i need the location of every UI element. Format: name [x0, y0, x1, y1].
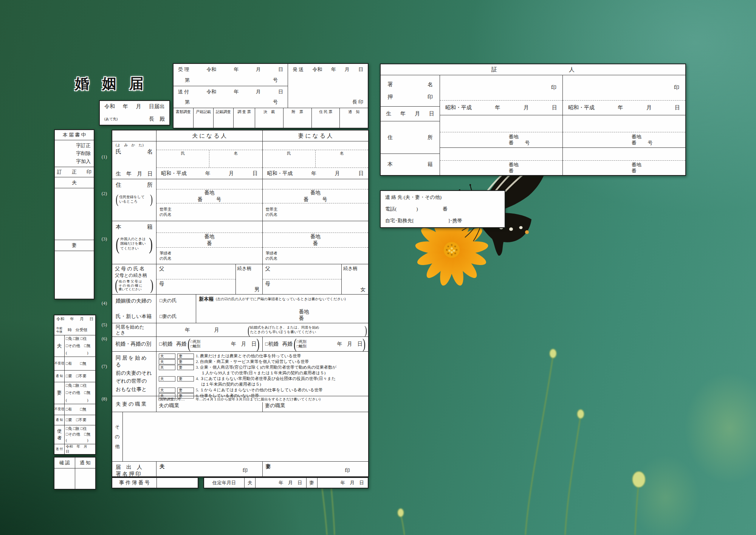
seal-mark: 印 — [243, 467, 248, 474]
household-row: 同 居 を 始 め る 前の夫妻のそれ ぞれの世帯の おもな仕事と 夫 妻 1.… — [112, 352, 368, 396]
marriage-registration-page: 婚姻届 令和 年 月 日届出 (あて先) 長 殿 受 理 令和 年 月 — [0, 0, 756, 535]
contact-phone: 電話( ) 番 — [385, 206, 500, 212]
seal-mark: 印 — [345, 467, 350, 474]
page-title: 婚姻届 — [75, 74, 156, 93]
confirm-cell — [54, 468, 75, 489]
jutei-box: 住定年月日 夫 年 月 日 妻 年 月 日 — [203, 477, 369, 488]
addressee-label: (あて先) — [104, 117, 118, 121]
witness-honseki-label: 本 籍 — [381, 154, 440, 175]
name-birth-row: (よ み か た) 氏 名 生 年 月 日 氏 名 — [112, 141, 368, 179]
row-number-4: (4) — [99, 301, 110, 306]
row-number-3: (3) — [99, 236, 110, 242]
row-number-2: (2) — [99, 191, 110, 197]
husband-remarriage-field: □初婚 再婚 ( □死別 □離別 年 月 日 ) — [156, 337, 263, 351]
husband-address-cell: 番地 番号 世帯主 の氏名 — [156, 179, 263, 221]
casebook-field — [157, 478, 198, 488]
other-field — [123, 412, 368, 461]
witness-box: 証 人 署名 押印 生 年 月 日 住 所 本 — [380, 64, 686, 176]
household-head-label: 世帯主 の氏名 — [156, 203, 262, 221]
confirm-notify-box: 確 認 通 知 — [54, 457, 96, 490]
seal-mark: 印 — [674, 84, 679, 91]
wife-tsuchi-row: 通 知 □要 □不要 — [54, 415, 95, 425]
husband-surname-checkbox: □夫の氏 — [160, 298, 193, 304]
wife-remarriage-field: □初婚 再婚 ( □死別 □離別 年 月 日 ) — [263, 337, 369, 351]
messenger-id-check-row: 使 者 □免 □旅 □住 □その他 □無 ( ) — [54, 425, 95, 444]
correction-header: 本 届 書 中 — [55, 130, 94, 140]
wife-surname-checkbox: □妻の氏 — [160, 313, 193, 320]
other-row: そ の 他 — [112, 412, 368, 462]
wife-honseki-cell: 番地 番 筆頭者 の氏名 — [263, 221, 369, 264]
household-options: 夫 妻 1. 農業だけまたは農業とその他の仕事を持っている世帯 夫 妻 2. 自… — [156, 352, 368, 396]
office-receipt-box: 受 理 令和 年 月 日 第 号 送 付 令和 年 — [173, 63, 369, 129]
sign-seal-label: 署名 押印 — [381, 75, 440, 107]
wife-seal-area — [55, 251, 94, 299]
remarriage-row: 初婚・再婚の別 □初婚 再婚 ( □死別 □離別 年 月 日 ) □初婚 再婚 … — [112, 337, 368, 352]
receive-datetime-row: 令和 年 月 日 午前 午後 時 分受領 — [54, 315, 95, 335]
correction-sidebar-box: 本 届 書 中 字訂正 字削除 字加入 訂 正 印 夫 妻 — [54, 129, 94, 299]
census-note: (国勢調査の年… 年…の４月１日から翌年３月31日までに届出をするときだけ書いて… — [156, 396, 368, 402]
address-note: ( 住民登録をして いるところ ) — [116, 195, 153, 204]
birthdate-label: 生 年 月 日 — [116, 171, 153, 177]
relation-column: 続き柄 女 — [341, 264, 368, 294]
witness-birth-label: 生 年 月 日 — [381, 107, 440, 121]
wife-id-check-row: 妻 □免 □旅 □住 □その他 □無 ( ) — [54, 382, 95, 404]
correction-types: 字訂正 字削除 字加入 — [55, 140, 94, 167]
row-number-7: (7) — [99, 364, 110, 369]
new-domicile-cell: 新本籍 (左の☑の氏の人がすでに戸籍の筆頭者となっているときは書かないでください… — [196, 295, 368, 323]
contact-home: 自宅･勤務先[ ]･携帯 — [385, 217, 500, 224]
koseki-head-label: 筆頭者 の氏名 — [156, 248, 262, 264]
seal-mark: 印 — [551, 84, 556, 91]
witness-label-column: 署名 押印 生 年 月 日 住 所 本 籍 — [381, 75, 440, 175]
cohabit-row: 同居を始めた とき 年 月 ( 結婚式をあげたとき、または、同居を始め たときの… — [112, 323, 368, 337]
parents-note: ( 他 の 養 父 母 は そ の 他 の 欄 に 書いてください ) — [115, 279, 153, 292]
husband-parents-cell: 父 母 続き柄 男 — [156, 264, 263, 294]
main-form: 夫 に な る 人 妻 に な る 人 (よ み か た) 氏 名 生 年 月 … — [112, 130, 369, 477]
correction-seal-label: 訂 正 印 — [55, 167, 94, 177]
witness-2-column: 印 昭和・平成 年 月 日 番地 番号 — [563, 75, 685, 175]
husband-seal-area — [55, 188, 94, 240]
honseki-row: 本 籍 ( 外国人のときは 国籍だけを書い てください ) 番地 — [112, 221, 368, 264]
notify-cell — [75, 468, 96, 489]
wife-birthdate-field: 昭和・平成 年 月 日 — [263, 167, 369, 179]
new-koseki-row: 婚姻後の夫婦の 氏・新しい本籍 □夫の氏 □妻の氏 新本籍 (左の☑の氏の人がす… — [112, 295, 368, 323]
surname-choice-cell: □夫の氏 □妻の氏 — [156, 295, 196, 323]
mayor-label: 長 殿 — [149, 116, 165, 123]
address-row: 住 所 ( 住民登録をして いるところ ) 番地 番号 — [112, 179, 368, 221]
honseki-note: ( 外国人のときは 国籍だけを書い てください ) — [116, 237, 153, 251]
submit-date-box: 令和 年 月 日届出 (あて先) 長 殿 — [99, 100, 170, 126]
receipt-row: 受 理 令和 年 月 日 第 号 — [174, 64, 288, 86]
furigana-strip — [263, 141, 369, 150]
husband-id-check-row: 夫 □免 □旅 □住 □その他 □無 ( ) — [54, 335, 95, 357]
wife-occupation-field: 妻の職業 — [263, 402, 369, 412]
forward-date-row: 送 付 令和 年 月 日 — [54, 444, 95, 454]
form-header-row: 夫 に な る 人 妻 に な る 人 — [112, 130, 368, 141]
witness-1-column: 印 昭和・平成 年 月 日 番地 番号 — [440, 75, 563, 175]
wife-label: 妻 — [55, 240, 94, 251]
husband-occupation-field: 夫の職業 — [156, 402, 263, 412]
relation-column: 続き柄 男 — [235, 264, 262, 294]
stamp-row: 書類調査 戸籍記載 記載調査 調 査 票 決 裁 附 票 住 民 票 通 知 — [174, 108, 368, 128]
forward-row: 送 付 令和 年 月 日 第 号 — [174, 86, 288, 108]
office-checklist-box: 令和 年 月 日 午前 午後 時 分受領 夫 □免 □旅 □住 □その他 □無 … — [54, 315, 96, 455]
wife-parents-cell: 父 母 続き柄 女 — [263, 264, 369, 294]
contact-title: 連 絡 先 (夫・妻・その他) — [385, 194, 500, 201]
husband-tsuchi-row: 通 知 □要 □不要 — [54, 371, 95, 382]
koseki-head-label: 筆頭者 の氏名 — [263, 248, 369, 264]
husband-honseki-cell: 番地 番 筆頭者 の氏名 — [156, 221, 263, 264]
submit-date-line: 令和 年 月 日届出 — [104, 103, 165, 110]
witness-header: 証 人 — [381, 64, 685, 75]
husband-column-header: 夫 に な る 人 — [156, 130, 263, 141]
household-head-label: 世帯主 の氏名 — [263, 203, 369, 221]
mayor-seal-label: 長 印 — [352, 99, 363, 105]
wife-name-cell: 氏 名 昭和・平成 年 月 日 — [263, 141, 369, 179]
dispatch-cell: 発 送 令和 年 月 日 長 印 — [288, 64, 368, 108]
wife-column-header: 妻 に な る 人 — [263, 130, 369, 141]
row-number-8: (8) — [99, 396, 110, 402]
husband-birthdate-field: 昭和・平成 年 月 日 — [156, 167, 262, 179]
furigana-strip — [156, 141, 262, 150]
wife-address-cell: 番地 番号 世帯主 の氏名 — [263, 179, 369, 221]
witness-address-label: 住 所 — [381, 121, 440, 154]
row-number-1: (1) — [99, 154, 110, 160]
notify-header: 通 知 — [75, 457, 96, 468]
cohabit-date-field: 年 月 — [156, 323, 248, 337]
